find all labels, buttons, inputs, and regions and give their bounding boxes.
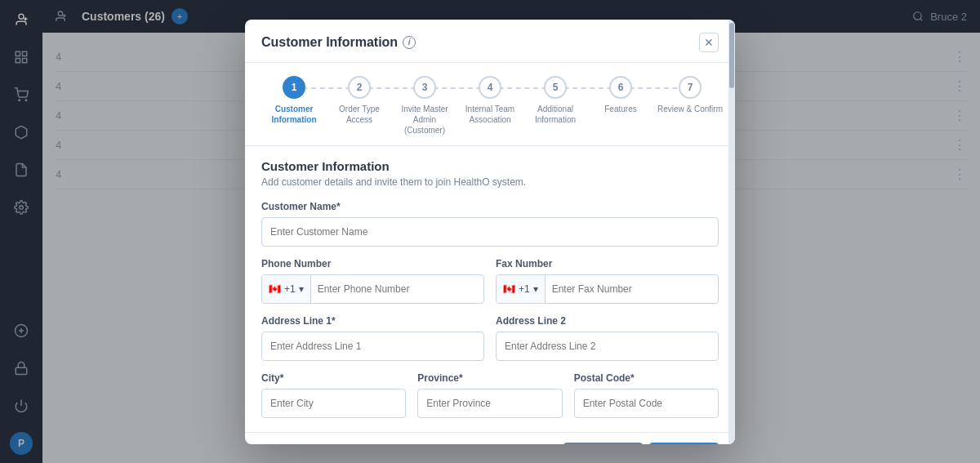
scroll-thumb [729,23,734,88]
address-row: Address Line 1* Address Line 2 [261,315,719,361]
fax-flag-emoji: 🇨🇦 [503,283,515,295]
address-line1-label: Address Line 1* [261,315,484,327]
fax-code: +1 [519,283,530,295]
province-input[interactable] [417,389,562,418]
postal-code-group: Postal Code* [574,372,719,418]
phone-number-group: Phone Number 🇨🇦 +1 ▾ [261,258,484,304]
step-5[interactable]: 5 AdditionalInformation [523,76,588,125]
step-label-6: Features [604,104,636,114]
fax-dropdown-icon: ▾ [533,283,538,295]
phone-input-wrapper: 🇨🇦 +1 ▾ [261,274,484,304]
cancel-button[interactable]: CANCEL [564,443,643,444]
city-label: City* [261,372,406,384]
fax-flag-selector[interactable]: 🇨🇦 +1 ▾ [497,275,546,303]
modal-footer: CANCEL NEXT [245,432,735,444]
step-6[interactable]: 6 Features [588,76,653,114]
phone-dropdown-icon: ▾ [299,283,304,295]
phone-number-label: Phone Number [261,258,484,269]
province-label: Province* [417,372,562,384]
step-label-5: AdditionalInformation [535,104,576,125]
address-line2-label: Address Line 2 [496,315,719,327]
step-circle-3: 3 [413,76,436,99]
phone-number-input[interactable] [311,283,483,295]
step-4[interactable]: 4 Internal TeamAssociation [457,76,523,125]
customer-name-group: Customer Name* [261,201,719,247]
city-province-postal-row: City* Province* Postal Code* [261,372,719,418]
step-3[interactable]: 3 Invite MasterAdmin (Customer) [392,76,457,136]
step-label-7: Review & Confirm [657,104,723,114]
close-button[interactable]: ✕ [699,33,719,52]
step-7[interactable]: 7 Review & Confirm [653,76,727,114]
step-label-3: Invite MasterAdmin (Customer) [392,104,457,136]
step-circle-2: 2 [348,76,371,99]
phone-code: +1 [284,283,296,295]
stepper: 1 CustomerInformation 2 Order Type Acces… [245,63,735,146]
step-label-4: Internal TeamAssociation [466,104,514,125]
step-circle-5: 5 [544,76,567,99]
step-circle-6: 6 [609,76,632,99]
customer-name-input[interactable] [261,217,719,247]
fax-input-wrapper: 🇨🇦 +1 ▾ [496,274,719,304]
step-label-1: CustomerInformation [272,104,317,125]
address-line2-input[interactable] [496,332,719,361]
city-group: City* [261,372,406,418]
modal-header: Customer Information i ✕ [245,20,735,63]
customer-name-label: Customer Name* [261,201,719,212]
info-icon[interactable]: i [403,36,416,49]
next-button[interactable]: NEXT [649,443,719,444]
address-line1-input[interactable] [261,332,484,361]
scroll-indicator[interactable] [728,20,735,444]
phone-fax-row: Phone Number 🇨🇦 +1 ▾ Fax Number [261,258,719,304]
postal-code-label: Postal Code* [574,372,719,384]
step-circle-7: 7 [679,76,702,99]
phone-flag-emoji: 🇨🇦 [269,283,281,295]
section-subtitle: Add customer details and invite them to … [261,176,719,188]
modal-title: Customer Information i [261,35,416,50]
city-input[interactable] [261,389,406,418]
address-line2-group: Address Line 2 [496,315,719,361]
fax-number-group: Fax Number 🇨🇦 +1 ▾ [496,258,719,304]
step-1[interactable]: 1 CustomerInformation [261,76,327,125]
province-group: Province* [417,372,562,418]
step-2[interactable]: 2 Order Type Access [327,76,392,125]
fax-number-label: Fax Number [496,258,719,269]
postal-code-input[interactable] [574,389,719,418]
step-circle-1: 1 [283,76,305,99]
modal-overlay: Customer Information i ✕ 1 CustomerInfor… [0,0,980,463]
section-title: Customer Information [261,159,719,173]
address-line1-group: Address Line 1* [261,315,484,361]
step-label-2: Order Type Access [327,104,392,125]
fax-number-input[interactable] [546,283,718,295]
customer-information-modal: Customer Information i ✕ 1 CustomerInfor… [245,20,735,444]
phone-flag-selector[interactable]: 🇨🇦 +1 ▾ [262,275,311,303]
step-circle-4: 4 [479,76,501,99]
modal-body: Customer Information Add customer detail… [245,146,735,432]
